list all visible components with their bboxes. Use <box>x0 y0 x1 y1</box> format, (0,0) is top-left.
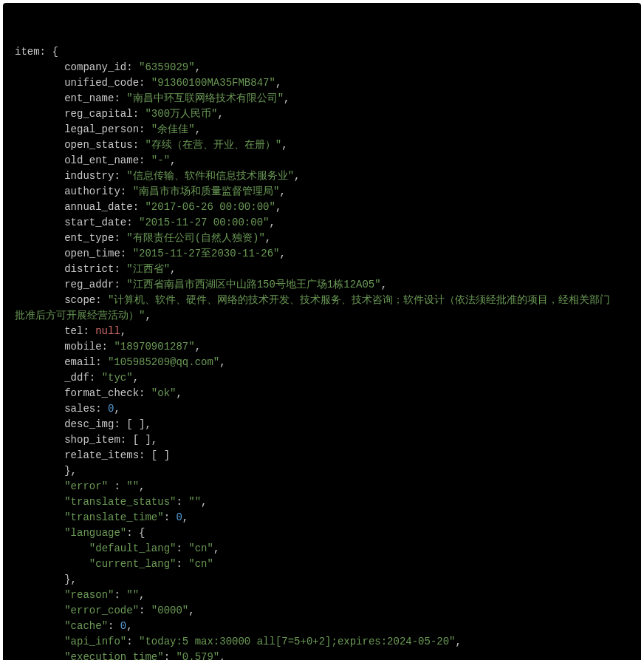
code-token: reg_addr: <box>15 279 126 290</box>
code-line: _ddf: "tyc", <box>15 370 629 386</box>
code-token: reg_capital: <box>15 108 145 120</box>
code-line: district: "江西省", <box>15 262 629 277</box>
code-token: , <box>275 201 281 213</box>
code-token: "余佳佳" <box>151 123 195 135</box>
code-line: }, <box>15 463 629 479</box>
code-token: , <box>213 542 219 554</box>
code-token <box>15 542 89 554</box>
code-token: , <box>265 232 271 244</box>
code-line: "translate_status": "", <box>15 494 629 510</box>
code-token: : <box>164 651 177 660</box>
code-token: "cn" <box>188 558 213 570</box>
code-token: "reason" <box>64 589 114 601</box>
code-token: legal_person: <box>15 123 151 135</box>
code-line: desc_img: [ ], <box>15 417 629 432</box>
code-token: , <box>195 123 201 135</box>
code-token: "error" <box>64 480 108 492</box>
code-token: : <box>164 511 177 523</box>
code-token: "" <box>188 496 201 508</box>
code-token: old_ent_name: <box>15 154 151 166</box>
code-token: , <box>176 387 182 399</box>
code-token: authority: <box>15 186 133 197</box>
code-token: industry: <box>15 170 126 182</box>
code-line: mobile: "18970901287", <box>15 339 629 355</box>
code-token: "91360100MA35FMB847" <box>151 77 275 89</box>
code-token: "" <box>126 589 139 601</box>
code-token: , <box>182 511 188 523</box>
code-token: , <box>456 636 462 647</box>
code-token: open_status: <box>15 139 145 151</box>
code-token <box>15 589 64 601</box>
code-line: "cache": 0, <box>15 619 629 634</box>
code-line: unified_code: "91360100MA35FMB847", <box>15 75 629 91</box>
code-token: , <box>188 605 194 616</box>
code-token: "6359029" <box>139 61 195 73</box>
code-token: , <box>170 154 176 166</box>
code-token: district: <box>15 263 126 275</box>
code-line: company_id: "6359029", <box>15 60 629 75</box>
code-token: annual_date: <box>15 201 145 213</box>
code-token: desc_img: [ ], <box>15 418 151 430</box>
code-token: }, <box>15 465 77 477</box>
code-token: "存续（在营、开业、在册）" <box>145 139 281 151</box>
code-token <box>15 605 64 616</box>
code-line: }, <box>15 572 629 588</box>
code-token: "2015-11-27 00:00:00" <box>139 217 269 228</box>
code-token: , <box>279 248 285 259</box>
code-line: "api_info": "today:5 max:30000 all[7=5+0… <box>15 634 629 650</box>
code-line: open_status: "存续（在营、开业、在册）", <box>15 137 629 153</box>
code-line: tel: null, <box>15 324 629 339</box>
code-token: null <box>95 325 120 337</box>
code-token: , <box>114 403 120 415</box>
code-token <box>15 620 64 632</box>
code-token: "" <box>126 480 139 492</box>
code-token: "error_code" <box>64 605 139 616</box>
code-token: "execution_time" <box>64 651 163 660</box>
code-token: "计算机、软件、硬件、网络的技术开发、技术服务、技术咨询；软件设计（依法须经批准… <box>108 294 610 306</box>
code-line: scope: "计算机、软件、硬件、网络的技术开发、技术服务、技术咨询；软件设计… <box>15 293 629 308</box>
code-token: : <box>176 542 188 554</box>
code-token <box>15 496 64 508</box>
code-token: scope: <box>15 294 108 306</box>
code-token: start_date: <box>15 217 139 228</box>
code-token: , <box>275 77 281 89</box>
code-token: company_id: <box>15 61 139 73</box>
code-block: item: { company_id: "6359029", unified_c… <box>3 3 641 660</box>
code-token: "有限责任公司(自然人独资)" <box>126 232 265 244</box>
code-line: 批准后方可开展经营活动）", <box>15 308 629 324</box>
code-token: _ddf: <box>15 372 102 384</box>
code-line: industry: "信息传输、软件和信息技术服务业", <box>15 169 629 184</box>
code-token <box>15 636 64 647</box>
code-token: , <box>133 372 139 384</box>
code-token: , <box>139 589 145 601</box>
code-line: "error" : "", <box>15 479 629 494</box>
code-token: , <box>281 139 287 151</box>
code-token: , <box>294 170 300 182</box>
code-line: annual_date: "2017-06-26 00:00:00", <box>15 200 629 215</box>
code-token: 0 <box>120 620 126 632</box>
code-line: "execution_time": "0.579", <box>15 650 629 660</box>
code-token: : <box>108 620 120 632</box>
code-token: tel: <box>15 325 95 337</box>
code-token <box>15 558 89 570</box>
code-token: , <box>170 263 176 275</box>
code-token: : <box>114 589 126 601</box>
code-token: : <box>126 636 139 647</box>
code-token: "0.579" <box>176 651 219 660</box>
code-line: email: "105985209@qq.com", <box>15 355 629 370</box>
code-token: "18970901287" <box>114 341 194 353</box>
code-token: open_time: <box>15 248 133 259</box>
code-token: , <box>120 325 126 337</box>
code-token: "api_info" <box>64 636 126 647</box>
code-line: "error_code": "0000", <box>15 603 629 619</box>
code-token: : <box>176 496 188 508</box>
code-line: old_ent_name: "-", <box>15 153 629 169</box>
code-token: : <box>108 480 126 492</box>
code-token: , <box>195 341 201 353</box>
code-token: , <box>284 92 290 104</box>
code-line: relate_items: [ ] <box>15 448 629 463</box>
code-token: , <box>201 496 207 508</box>
code-token <box>15 511 64 523</box>
code-token: "2017-06-26 00:00:00" <box>145 201 275 213</box>
code-line: "current_lang": "cn" <box>15 557 629 572</box>
